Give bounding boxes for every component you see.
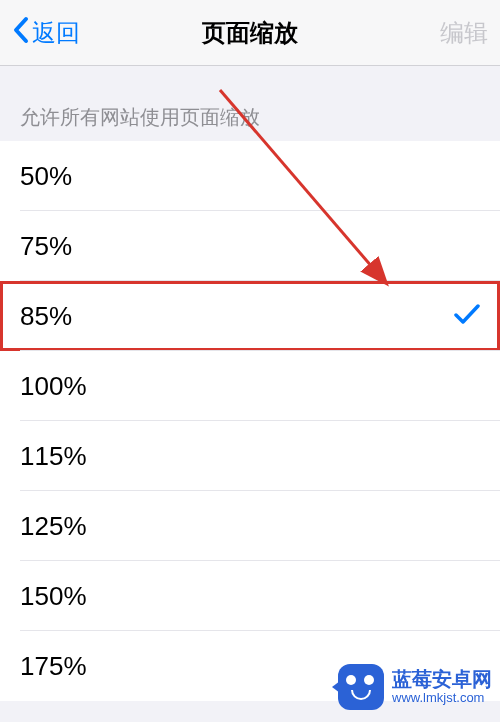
zoom-option-row[interactable]: 115% (0, 421, 500, 491)
back-button[interactable]: 返回 (12, 16, 80, 50)
zoom-option-label: 175% (20, 651, 87, 682)
zoom-option-label: 50% (20, 161, 72, 192)
zoom-option-label: 85% (20, 301, 72, 332)
watermark-title: 蓝莓安卓网 (392, 668, 492, 691)
checkmark-icon (454, 303, 480, 329)
back-label: 返回 (32, 17, 80, 49)
edit-button[interactable]: 编辑 (440, 17, 488, 49)
zoom-option-label: 125% (20, 511, 87, 542)
zoom-options-list: 50% 75% 85% 100% 115% 125% 150% (0, 141, 500, 701)
watermark-logo-icon (338, 664, 384, 710)
watermark: 蓝莓安卓网 www.lmkjst.com (338, 664, 492, 710)
zoom-option-label: 100% (20, 371, 87, 402)
zoom-option-label: 75% (20, 231, 72, 262)
page-title: 页面缩放 (202, 17, 298, 49)
zoom-option-label: 115% (20, 441, 87, 472)
zoom-option-label: 150% (20, 581, 87, 612)
zoom-option-row[interactable]: 50% (0, 141, 500, 211)
watermark-text: 蓝莓安卓网 www.lmkjst.com (392, 668, 492, 706)
section-header: 允许所有网站使用页面缩放 (0, 66, 500, 141)
zoom-option-row[interactable]: 85% (0, 281, 500, 351)
zoom-option-row[interactable]: 75% (0, 211, 500, 281)
chevron-left-icon (12, 16, 30, 50)
navigation-bar: 返回 页面缩放 编辑 (0, 0, 500, 66)
zoom-option-row[interactable]: 150% (0, 561, 500, 631)
zoom-option-row[interactable]: 100% (0, 351, 500, 421)
zoom-option-row[interactable]: 125% (0, 491, 500, 561)
watermark-url: www.lmkjst.com (392, 691, 492, 706)
